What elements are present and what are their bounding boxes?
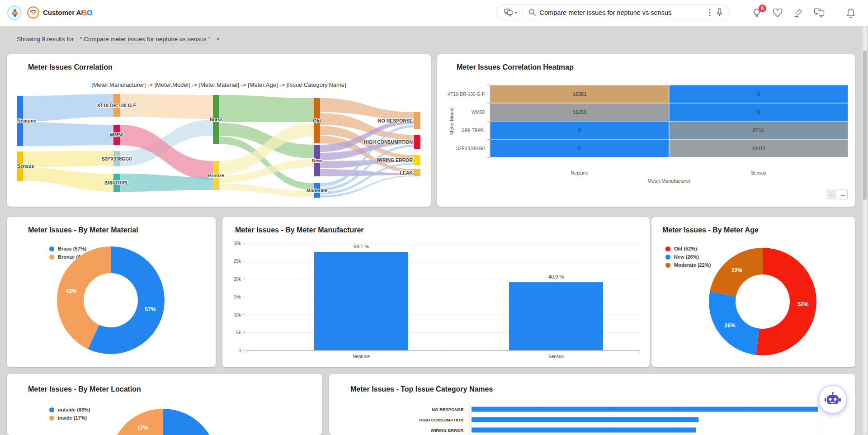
card-meter-issues-by-location: Meter Issues - By Meter Location outside… [7, 374, 322, 435]
svg-text:0: 0 [757, 91, 760, 97]
svg-text:NO RESPONSE: NO RESPONSE [378, 118, 413, 123]
query-dropdown-caret[interactable]: ▾ [217, 36, 219, 42]
favorites-button[interactable] [772, 8, 783, 19]
search-options-icon[interactable] [709, 9, 711, 16]
svg-text:Moderate: Moderate [307, 188, 328, 193]
card-meter-issues-by-material: Meter Issues - By Meter Material Brass (… [7, 217, 216, 367]
svg-text:52%: 52% [797, 301, 808, 307]
chevron-down-icon: ▾ [515, 10, 517, 15]
svg-text:30k: 30k [234, 241, 241, 246]
svg-text:26%: 26% [725, 322, 736, 329]
svg-text:15k: 15k [234, 294, 241, 299]
query-literal: Compare [84, 36, 110, 43]
query-literal: for [145, 36, 156, 43]
sankey-subtitle: [Meter.Manufacturer] -> [Meter.Model] ->… [7, 81, 431, 88]
brand-title: Customer AI [43, 9, 83, 16]
svg-text:10k: 10k [234, 312, 241, 317]
app-logo[interactable] [7, 6, 21, 20]
svg-text:0: 0 [578, 146, 581, 151]
svg-text:Neptune: Neptune [353, 354, 370, 359]
svg-text:22%: 22% [731, 267, 742, 274]
svg-text:SRII-TR/PL: SRII-TR/PL [462, 128, 485, 133]
assistant-button[interactable] [818, 385, 847, 414]
svg-text:Bronze: Bronze [208, 173, 224, 178]
svg-text:20k: 20k [234, 277, 241, 282]
svg-text:Brass: Brass [209, 117, 222, 122]
bell-icon [846, 8, 855, 18]
donut-chart-location: 83%17% [7, 374, 322, 435]
card-meter-issues-correlation: Meter Issues Correlation [Meter.Manufact… [7, 54, 431, 207]
svg-text:S2PX338GG0: S2PX338GG0 [102, 156, 132, 161]
card-title: Meter Issues Correlation [28, 63, 113, 71]
chat-bubbles-icon [814, 8, 825, 18]
svg-text:XT10-DR-100-G-F: XT10-DR-100-G-F [448, 92, 485, 97]
app-logo-icon [10, 9, 18, 17]
svg-text:40.9 %: 40.9 % [548, 274, 564, 279]
svg-text:S2PX338GG0: S2PX338GG0 [456, 146, 485, 151]
showing-results-text: Showing 9 results for [17, 36, 74, 43]
card-meter-issues-by-age: Meter Issues - By Meter Age Old (52%)New… [651, 217, 855, 367]
donut-chart-material: 57%43% [7, 217, 216, 367]
compose-button[interactable] [793, 8, 804, 19]
svg-text:57%: 57% [145, 306, 156, 312]
svg-text:WIRING ERROR: WIRING ERROR [431, 428, 463, 433]
svg-text:59.1 %: 59.1 % [354, 244, 369, 249]
pager-prev-button[interactable]: ← [826, 189, 836, 199]
divider [523, 7, 523, 18]
card-top-issue-category-names: Meter Issues - Top Issue Category Names … [329, 374, 855, 435]
alation-logo: ao [81, 6, 92, 18]
donut-chart-age: 52%26%22% [651, 217, 855, 367]
svg-text:8716: 8716 [753, 128, 764, 133]
query-term: neptune [156, 36, 178, 43]
brand: Customer AI [27, 6, 83, 19]
search-mode-dropdown[interactable]: ▾ [497, 9, 523, 17]
svg-text:17%: 17% [137, 425, 148, 431]
scrollbar [863, 26, 867, 435]
svg-text:Meter.Model: Meter.Model [449, 108, 454, 135]
svg-text:0: 0 [757, 109, 760, 115]
svg-text:WM50: WM50 [472, 110, 485, 115]
svg-text:Sensus: Sensus [548, 354, 563, 359]
notifications-button[interactable] [845, 8, 856, 19]
sankey-chart: NeptuneSensusXT10-DR-100-G-FWM50S2PX338G… [17, 94, 422, 200]
svg-text:WIRING ERROR: WIRING ERROR [377, 157, 413, 163]
mic-icon[interactable] [716, 8, 723, 17]
svg-text:WM50: WM50 [110, 132, 123, 137]
header-actions: 8 PR [751, 0, 868, 26]
scrollbar-thumb[interactable] [863, 51, 867, 200]
hbar-chart-top-issues: NO RESPONSEHIGH CONSUMPTIONWIRING ERROR [329, 374, 855, 435]
chat-mode-icon [504, 9, 513, 17]
svg-text:5k: 5k [236, 330, 241, 335]
svg-text:HIGH CONSUMPTION: HIGH CONSUMPTION [364, 139, 413, 145]
results-subheader: Showing 9 results for “ Compare meter is… [0, 26, 868, 52]
svg-text:43%: 43% [66, 288, 77, 294]
search-icon [528, 9, 536, 16]
svg-text:XT10-DR-100-G-F: XT10-DR-100-G-F [97, 103, 137, 108]
svg-text:Old: Old [313, 118, 321, 123]
query-literal: vs [178, 36, 187, 43]
heatmap-chart: 163810XT10-DR-100-G-F112500WM5008716SRII… [437, 54, 855, 207]
pen-icon [793, 8, 803, 18]
card-meter-issues-correlation-heatmap: Meter Issues Correlation Heatmap 163810X… [437, 54, 855, 207]
insights-button[interactable]: 8 [751, 8, 762, 19]
query-text[interactable]: “ Compare meter issues for neptune vs se… [80, 36, 210, 43]
query-term: meter issues [111, 36, 146, 43]
svg-text:HIGH CONSUMPTION: HIGH CONSUMPTION [419, 417, 463, 422]
svg-text:11250: 11250 [573, 109, 586, 115]
search-input[interactable] [540, 9, 709, 16]
svg-text:16381: 16381 [573, 91, 587, 97]
svg-text:0: 0 [578, 128, 581, 133]
heart-icon [773, 9, 783, 18]
pager-next-button[interactable]: → [838, 189, 848, 199]
heatmap-pager: ← → [826, 189, 848, 199]
conversations-button[interactable] [814, 8, 825, 19]
svg-text:Neptune: Neptune [17, 118, 36, 123]
svg-text:NO RESPONSE: NO RESPONSE [432, 407, 463, 412]
svg-text:New: New [312, 158, 322, 163]
search-bar: ▾ [496, 5, 730, 20]
top-bar: Customer AI ao ▾ [0, 0, 868, 26]
svg-text:LEAK: LEAK [400, 170, 413, 175]
customer-ai-avatar-icon [27, 6, 39, 19]
svg-text:SRII-TR/PL: SRII-TR/PL [104, 180, 129, 185]
notification-badge: 8 [759, 5, 766, 12]
